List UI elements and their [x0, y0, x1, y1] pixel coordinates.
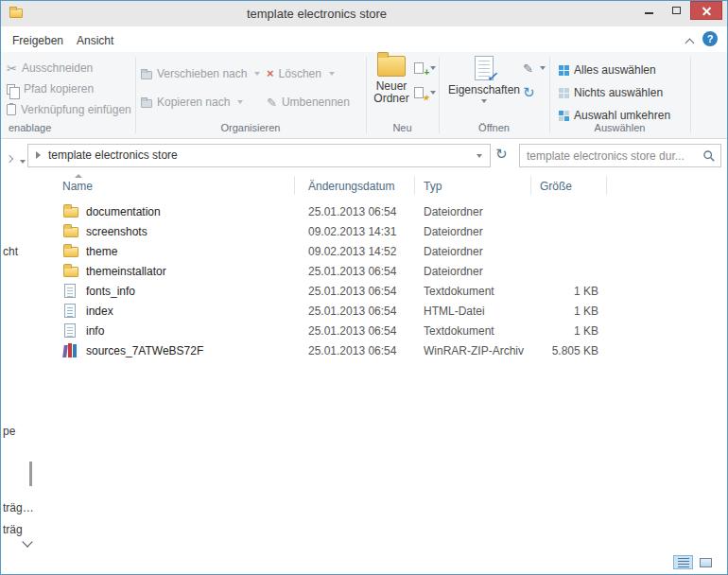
column-header-size[interactable]: Größe: [540, 180, 572, 193]
file-type: WinRAR-ZIP-Archiv: [424, 344, 524, 357]
close-button[interactable]: [690, 1, 722, 20]
nav-item-fragment[interactable]: träg…: [3, 501, 34, 514]
invert-selection-label: Auswahl umkehren: [574, 109, 670, 122]
file-rows: documentation 25.01.2013 06:54 Dateiordn…: [1, 202, 727, 361]
chevron-down-icon: [254, 72, 260, 76]
select-none-button[interactable]: Nichts auswählen: [559, 84, 663, 101]
forward-button[interactable]: [7, 151, 12, 165]
paste-shortcut-button[interactable]: Verknüpfung einfügen: [7, 101, 131, 118]
tab-ansicht[interactable]: Ansicht: [69, 30, 121, 52]
file-name: sources_7ATWeBS72F: [86, 344, 203, 357]
column-separator[interactable]: [530, 176, 531, 195]
html-file-icon: [64, 304, 76, 318]
delete-button[interactable]: × Löschen: [267, 65, 335, 82]
help-button[interactable]: ?: [702, 31, 718, 46]
new-item-icon: +: [414, 62, 424, 74]
move-to-button[interactable]: Verschieben nach: [141, 65, 260, 82]
move-to-label: Verschieben nach: [157, 67, 247, 80]
select-all-icon: [559, 65, 569, 76]
file-row[interactable]: screenshots 09.02.2013 14:31 Dateiordner: [1, 222, 727, 242]
file-date: 25.01.2013 06:54: [308, 205, 396, 218]
folder-icon: [63, 227, 78, 237]
caption-buttons: [635, 1, 722, 20]
copy-to-button[interactable]: Kopieren nach: [141, 94, 243, 111]
file-row[interactable]: documentation 25.01.2013 06:54 Dateiordn…: [1, 202, 727, 222]
delete-icon: ×: [267, 68, 274, 79]
address-dropdown-icon[interactable]: [477, 154, 482, 158]
search-input[interactable]: [527, 148, 695, 164]
copy-path-button[interactable]: Pfad kopieren: [7, 80, 94, 97]
nav-scroll-down-icon[interactable]: [22, 536, 32, 547]
group-label-open: Öffnen: [439, 122, 549, 133]
tab-freigeben[interactable]: Freigeben: [5, 30, 71, 52]
refresh-button[interactable]: ↻: [495, 146, 508, 163]
column-separator[interactable]: [606, 176, 607, 195]
nav-item-fragment[interactable]: träg: [3, 523, 23, 536]
edit-button[interactable]: ✎: [523, 60, 546, 77]
file-row[interactable]: index 25.01.2013 06:54 HTML-Datei 1 KB: [1, 302, 727, 322]
group-separator: [690, 57, 691, 133]
search-box: [519, 144, 721, 167]
details-view-button[interactable]: [673, 555, 693, 569]
minimize-icon: [645, 12, 653, 14]
chevron-down-icon: [237, 100, 243, 104]
rename-label: Umbenennen: [282, 96, 350, 109]
file-size: 5.805 KB: [530, 344, 598, 357]
easy-access-button[interactable]: ★: [414, 84, 436, 101]
chevron-down-icon: [430, 91, 436, 95]
file-type: Textdokument: [424, 324, 494, 338]
cut-button[interactable]: ✂ Ausschneiden: [7, 60, 93, 77]
column-header-date[interactable]: Änderungsdatum: [308, 180, 394, 193]
close-icon: [702, 6, 712, 16]
properties-button[interactable]: ✓ Eigenschaften: [447, 56, 521, 103]
file-name: fonts_info: [86, 285, 135, 298]
address-bar[interactable]: template electronics store: [27, 144, 491, 167]
column-header-type[interactable]: Typ: [424, 180, 442, 193]
recent-pages-dropdown[interactable]: [17, 153, 26, 166]
new-folder-label: Neuer Ordner: [368, 80, 415, 105]
file-row[interactable]: theme 09.02.2013 14:52 Dateiordner: [1, 242, 727, 262]
nav-item-fragment[interactable]: pe: [3, 425, 15, 438]
maximize-button[interactable]: [663, 1, 690, 20]
file-row[interactable]: fonts_info 25.01.2013 06:54 Textdokument…: [1, 282, 727, 302]
history-button[interactable]: ↻: [523, 83, 535, 100]
rename-button[interactable]: ✎ Umbenennen: [267, 94, 350, 111]
file-date: 09.02.2013 14:52: [308, 245, 396, 258]
new-folder-icon: [377, 56, 406, 77]
file-size: 1 KB: [530, 285, 598, 298]
select-all-button[interactable]: Alles auswählen: [559, 61, 656, 78]
group-label-select: Auswählen: [549, 122, 690, 133]
nav-scrollbar-thumb[interactable]: [29, 462, 32, 486]
breadcrumb[interactable]: template electronics store: [48, 148, 178, 162]
copy-to-icon: [141, 99, 152, 108]
copy-path-label: Pfad kopieren: [24, 82, 94, 96]
details-view-icon: [678, 558, 689, 567]
folder-icon: [63, 267, 78, 277]
file-row[interactable]: themeinstallator 25.01.2013 06:54 Dateio…: [1, 262, 727, 282]
copy-path-icon: [7, 84, 15, 95]
file-date: 25.01.2013 06:54: [308, 305, 396, 318]
rename-icon: ✎: [267, 96, 277, 109]
file-name: info: [86, 324, 104, 338]
folder-icon: [63, 207, 78, 218]
delete-label: Löschen: [279, 67, 321, 80]
list-header: Name Änderungsdatum Typ Größe: [1, 174, 727, 197]
paste-shortcut-label: Verknüpfung einfügen: [21, 103, 131, 116]
new-item-button[interactable]: +: [414, 60, 436, 77]
file-row[interactable]: info 25.01.2013 06:54 Textdokument 1 KB: [1, 322, 727, 341]
minimize-button[interactable]: [635, 1, 663, 20]
properties-icon: ✓: [475, 56, 494, 80]
column-header-name[interactable]: Name: [62, 180, 93, 193]
column-separator[interactable]: [294, 176, 295, 195]
file-type: Textdokument: [424, 285, 494, 298]
new-folder-button[interactable]: Neuer Ordner: [368, 56, 415, 105]
ribbon-collapse-button[interactable]: [686, 36, 693, 49]
file-row[interactable]: sources_7ATWeBS72F 25.01.2013 06:54 WinR…: [1, 341, 727, 361]
explorer-window: template electronics store Freigeben Ans…: [0, 0, 728, 575]
invert-selection-icon: [559, 111, 569, 121]
file-date: 25.01.2013 06:54: [308, 265, 396, 278]
file-type: HTML-Datei: [424, 305, 485, 318]
column-separator[interactable]: [414, 176, 415, 195]
easy-access-icon: ★: [414, 87, 424, 98]
thumbnails-view-button[interactable]: [696, 555, 716, 569]
